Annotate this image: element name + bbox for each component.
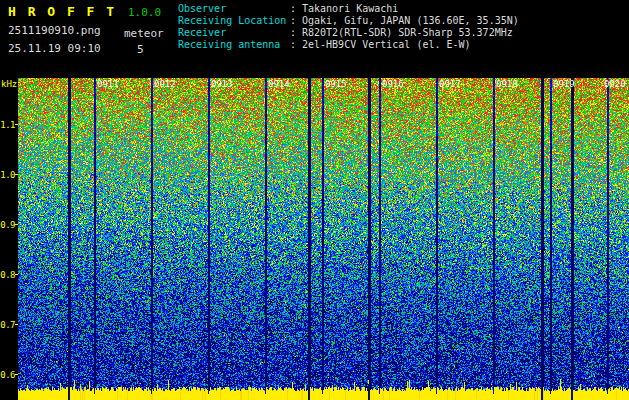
spectrogram-area: kHz 1.11.00.90.80.70.6 09110912091309140… [0, 0, 629, 400]
spectrogram-canvas [18, 78, 629, 400]
time-tick-label: 0911 [97, 79, 119, 89]
time-tick-label: 0914 [268, 79, 290, 89]
time-tick-label: 0918 [496, 79, 518, 89]
freq-unit-label: kHz [1, 79, 17, 89]
time-tick-label: 0919 [553, 79, 575, 89]
time-tick-label: 0913 [211, 79, 233, 89]
freq-tick-label: 0.9 [0, 220, 15, 230]
freq-tick-label: 0.8 [0, 270, 15, 280]
freq-tick-label: 1.0 [0, 170, 15, 180]
freq-tick-mark [15, 374, 18, 375]
freq-tick-label: 1.1 [0, 120, 15, 130]
freq-tick-mark [15, 124, 18, 125]
freq-tick-label: 0.7 [0, 320, 15, 330]
time-tick-label: 0920 [604, 79, 626, 89]
freq-tick-mark [15, 324, 18, 325]
time-tick-label: 0917 [439, 79, 461, 89]
time-tick-label: 0916 [382, 79, 404, 89]
freq-tick-mark [15, 274, 18, 275]
time-tick-label: 0915 [325, 79, 347, 89]
freq-tick-mark [15, 174, 18, 175]
freq-tick-label: 0.6 [0, 370, 15, 380]
time-tick-label: 0912 [154, 79, 176, 89]
hrofft-output-window: H R O F F T 1.0.0 2511190910.png meteor … [0, 0, 629, 400]
freq-tick-mark [15, 224, 18, 225]
